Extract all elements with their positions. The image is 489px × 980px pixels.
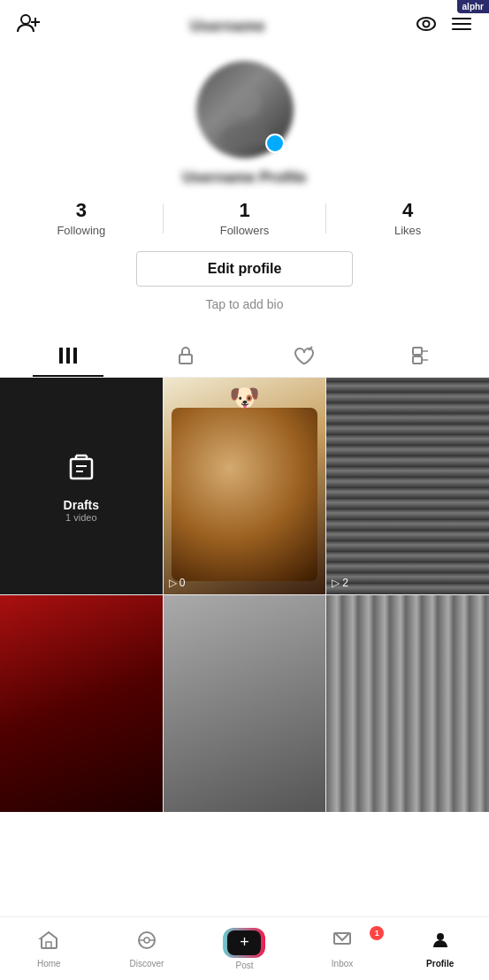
profile-label: Profile [426,959,454,969]
drafts-sublabel: 1 video [65,512,96,523]
followers-stat[interactable]: 1 Followers [164,199,326,237]
followers-label: Followers [220,224,270,237]
edit-profile-button[interactable]: Edit profile [136,251,354,287]
drafts-icon [64,448,99,491]
drafts-cell[interactable]: Drafts 1 video [0,378,163,594]
video-cell-red[interactable] [0,595,163,812]
svg-rect-17 [413,356,422,364]
profile-icon [430,930,451,956]
discover-icon [136,930,157,956]
inbox-label: Inbox [332,959,353,969]
svg-rect-11 [59,348,63,364]
svg-point-4 [417,18,435,30]
nav-profile[interactable]: Profile [391,930,489,969]
discover-label: Discover [129,959,164,969]
play-count-dog: ▷ 0 [169,577,186,589]
top-icons [415,12,473,41]
profile-username: Username [190,18,265,35]
home-label: Home [37,959,61,969]
svg-rect-20 [71,459,92,479]
content-tabs [0,334,489,378]
play-count-keyboard: ▷ 2 [332,577,348,589]
stats-row: 3 Following 1 Followers 4 Likes [0,199,489,237]
post-label: Post [235,961,253,970]
bio-placeholder[interactable]: Tap to add bio [206,297,284,311]
following-label: Following [57,224,105,237]
avatar-online-dot [265,134,285,153]
followers-count: 1 [239,199,249,222]
home-icon [38,930,59,956]
post-plus-icon: + [227,930,261,955]
nav-inbox[interactable]: 1 Inbox [294,930,392,969]
svg-point-5 [424,20,430,27]
following-stat[interactable]: 3 Following [0,199,163,237]
inbox-badge: 1 [370,926,384,940]
svg-rect-12 [66,348,70,364]
main-content: alphr Username [0,0,489,876]
following-count: 3 [76,199,87,222]
nav-discover[interactable]: Discover [98,930,196,969]
svg-point-31 [437,933,444,940]
tab-liked[interactable] [245,334,363,377]
bottom-nav: Home Discover + Post 1 Inbox [0,916,489,980]
video-grid: Drafts 1 video 🐶 ▷ 0 ▷ 2 [0,378,489,812]
tab-shared[interactable] [363,334,480,377]
play-icon: ▷ [332,577,340,589]
drafts-label: Drafts [64,498,99,512]
svg-rect-26 [46,942,51,948]
likes-label: Likes [394,224,421,237]
profile-section: Username Profile 3 Following 1 Followers… [0,52,489,334]
video-cell-keyboard[interactable]: ▷ 2 [326,378,489,594]
svg-rect-16 [413,348,422,355]
video-thumbnail-keyboard2 [326,595,489,812]
video-cell-dog[interactable]: 🐶 ▷ 0 [164,378,326,594]
svg-rect-13 [73,348,77,364]
nav-home[interactable]: Home [0,930,98,969]
eye-icon[interactable] [415,12,438,41]
video-thumbnail-keyboard [326,378,489,594]
video-thumbnail-red [0,595,163,812]
video-cell-trackpad[interactable] [164,595,326,812]
top-bar: Username [0,0,489,52]
video-thumbnail-trackpad [164,595,326,812]
profile-name: Username Profile [183,169,307,187]
svg-point-9 [229,87,261,119]
tab-videos[interactable] [9,334,126,377]
nav-post[interactable]: + Post [195,928,294,970]
svg-point-28 [144,938,149,943]
video-cell-keyboard2[interactable] [326,595,489,812]
avatar-wrapper [196,61,294,158]
hamburger-menu-icon[interactable] [450,12,473,41]
svg-point-1 [21,15,30,24]
play-icon: ▷ [169,577,177,589]
likes-count: 4 [402,199,413,222]
alphr-badge: alphr [457,0,489,13]
add-user-button[interactable] [16,11,41,42]
post-button[interactable]: + [223,928,265,958]
svg-rect-14 [180,355,192,364]
likes-stat[interactable]: 4 Likes [326,199,489,237]
tab-private[interactable] [126,334,244,377]
svg-point-10 [220,124,270,145]
video-thumbnail-dog: 🐶 [164,378,326,594]
inbox-icon [332,930,353,956]
